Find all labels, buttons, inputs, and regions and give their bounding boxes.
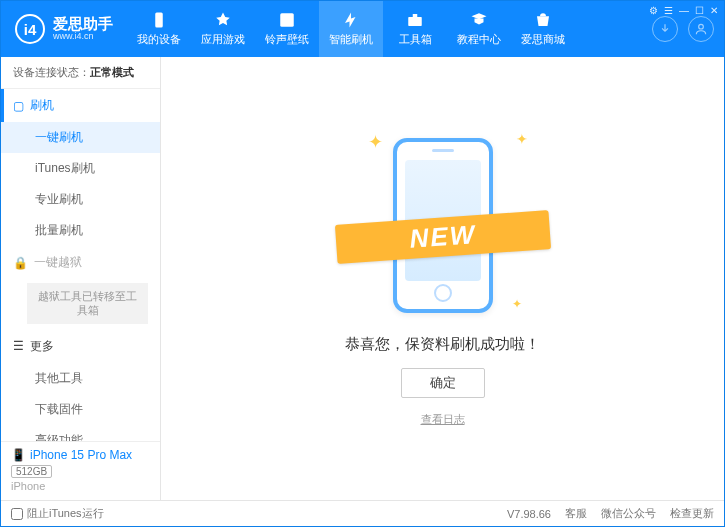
group-jailbreak: 🔒 一键越狱: [1, 246, 160, 279]
nav-ringtones[interactable]: 铃声壁纸: [255, 1, 319, 57]
nav-toolbox[interactable]: 工具箱: [383, 1, 447, 57]
sidebar-item-itunes-flash[interactable]: iTunes刷机: [1, 153, 160, 184]
jailbreak-note: 越狱工具已转移至工具箱: [27, 283, 148, 324]
sidebar-item-advanced[interactable]: 高级功能: [1, 425, 160, 441]
nav-tutorials[interactable]: 教程中心: [447, 1, 511, 57]
device-info: 📱 iPhone 15 Pro Max 512GB iPhone: [1, 441, 160, 500]
footer-update[interactable]: 检查更新: [670, 506, 714, 521]
sidebar-item-pro-flash[interactable]: 专业刷机: [1, 184, 160, 215]
group-more[interactable]: ☰ 更多: [1, 330, 160, 363]
logo-icon: i4: [15, 14, 45, 44]
ok-button[interactable]: 确定: [401, 368, 485, 398]
nav-my-device[interactable]: 我的设备: [127, 1, 191, 57]
svg-rect-1: [280, 13, 294, 27]
device-name[interactable]: 📱 iPhone 15 Pro Max: [11, 448, 150, 462]
minimize-icon[interactable]: —: [679, 5, 689, 16]
sparkle-icon: ✦: [516, 131, 528, 147]
footer-support[interactable]: 客服: [565, 506, 587, 521]
group-flash[interactable]: ▢ 刷机: [1, 89, 160, 122]
download-button[interactable]: [652, 16, 678, 42]
lock-icon: 🔒: [13, 256, 28, 270]
success-message: 恭喜您，保资料刷机成功啦！: [345, 335, 540, 354]
svg-rect-2: [408, 17, 422, 26]
sidebar-item-download-fw[interactable]: 下载固件: [1, 394, 160, 425]
close-icon[interactable]: ✕: [710, 5, 718, 16]
phone-small-icon: 📱: [11, 448, 26, 462]
sidebar-item-oneclick-flash[interactable]: 一键刷机: [1, 122, 160, 153]
sparkle-icon: ✦: [368, 131, 383, 153]
device-icon: [150, 11, 168, 29]
nav-apps-games[interactable]: 应用游戏: [191, 1, 255, 57]
maximize-icon[interactable]: ☐: [695, 5, 704, 16]
connection-status: 设备连接状态：正常模式: [1, 57, 160, 89]
toolbox-icon: [406, 11, 424, 29]
apps-icon: [214, 11, 232, 29]
view-log-link[interactable]: 查看日志: [421, 412, 465, 427]
app-header: ⚙ ☰ — ☐ ✕ i4 爱思助手 www.i4.cn 我的设备 应用游戏: [1, 1, 724, 57]
sparkle-icon: ✦: [512, 297, 522, 311]
sidebar: 设备连接状态：正常模式 ▢ 刷机 一键刷机 iTunes刷机 专业刷机 批量刷机…: [1, 57, 161, 500]
sidebar-item-other-tools[interactable]: 其他工具: [1, 363, 160, 394]
more-icon: ☰: [13, 339, 24, 353]
footer-wechat[interactable]: 微信公众号: [601, 506, 656, 521]
logo: i4 爱思助手 www.i4.cn: [1, 1, 127, 57]
window-controls: ⚙ ☰ — ☐ ✕: [649, 5, 718, 16]
phone-icon: ▢: [13, 99, 24, 113]
nav-store[interactable]: 爱思商城: [511, 1, 575, 57]
svg-point-4: [699, 24, 704, 29]
user-button[interactable]: [688, 16, 714, 42]
flash-icon: [342, 11, 360, 29]
version-label: V7.98.66: [507, 508, 551, 520]
new-ribbon: NEW: [334, 210, 550, 264]
status-bar: 阻止iTunes运行 V7.98.66 客服 微信公众号 检查更新: [1, 500, 724, 526]
svg-rect-0: [155, 13, 163, 28]
main-content: ✦ ✦ ✦ NEW 恭喜您，保资料刷机成功啦！ 确定 查看日志: [161, 57, 724, 500]
device-type: iPhone: [11, 480, 150, 492]
menu-icon[interactable]: ☰: [664, 5, 673, 16]
storage-badge: 512GB: [11, 465, 52, 478]
app-title: 爱思助手: [53, 16, 113, 33]
success-illustration: ✦ ✦ ✦ NEW: [358, 131, 528, 321]
top-nav: 我的设备 应用游戏 铃声壁纸 智能刷机 工具箱 教程中心: [127, 1, 642, 57]
svg-rect-3: [413, 14, 418, 17]
nav-smart-flash[interactable]: 智能刷机: [319, 1, 383, 57]
app-url: www.i4.cn: [53, 32, 113, 42]
wallpaper-icon: [278, 11, 296, 29]
tutorial-icon: [470, 11, 488, 29]
block-itunes-checkbox[interactable]: 阻止iTunes运行: [11, 506, 104, 521]
settings-icon[interactable]: ⚙: [649, 5, 658, 16]
store-icon: [534, 11, 552, 29]
sidebar-item-batch-flash[interactable]: 批量刷机: [1, 215, 160, 246]
